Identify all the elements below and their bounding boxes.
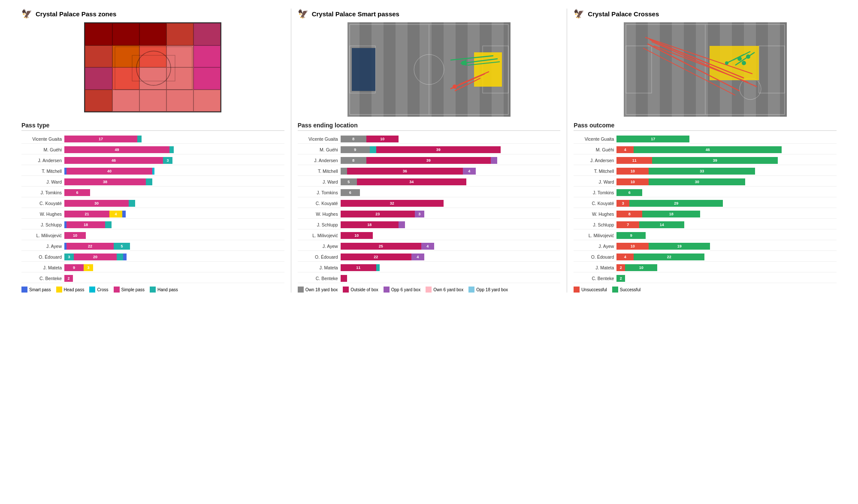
bar-area: 1030 — [616, 178, 837, 186]
crest2-icon: 🦅 — [298, 9, 308, 19]
player-label: Vicente Guaita — [574, 136, 616, 142]
svg-rect-9 — [408, 22, 420, 117]
heatmap-cell-3 — [166, 23, 193, 45]
divider2 — [567, 9, 567, 293]
bar-row-2-8: J. Schlupp714 — [574, 220, 837, 229]
legend3: UnsuccessfulSuccessful — [574, 287, 837, 293]
bar-segment-1: 3 — [415, 211, 424, 217]
player-label: C. Benteke — [21, 276, 64, 281]
legend-item: Successful — [612, 287, 640, 293]
heatmap-cell-4 — [193, 23, 221, 45]
player-label: T. Mitchell — [574, 169, 616, 174]
svg-rect-34 — [624, 22, 636, 117]
legend-label: Opp 6 yard box — [391, 287, 420, 292]
bar-row-2-9: L. Milivojević9 — [574, 231, 837, 240]
player-label: J. Andersen — [21, 158, 64, 163]
legend-item: Opp 6 yard box — [384, 287, 420, 293]
section-header-2: Pass ending location — [298, 122, 561, 131]
legend-color-box — [612, 287, 618, 293]
bar-area: 32 — [341, 199, 561, 207]
divider1 — [291, 9, 291, 293]
bar-segment-0: 7 — [616, 221, 639, 228]
bar-segment-1: 10 — [366, 136, 399, 142]
legend-label: Cross — [97, 287, 108, 292]
smart-passes-svg — [347, 22, 511, 117]
bar-segment-0: 38 — [64, 178, 146, 185]
legend-label: Own 18 yard box — [305, 287, 338, 292]
player-label: J. Andersen — [298, 158, 341, 163]
player-label: W. Hughes — [21, 211, 64, 217]
legend-item: Simple pass — [114, 287, 145, 293]
panel2-title: 🦅 Crystal Palace Smart passes — [298, 9, 561, 19]
bar-area: 1033 — [616, 167, 837, 175]
bar-area: 818 — [616, 210, 837, 218]
svg-point-66 — [725, 61, 728, 65]
bar-area: 210 — [616, 264, 837, 272]
bar-segment-1 — [376, 264, 380, 271]
bar-segment-0: 2 — [616, 275, 625, 282]
svg-rect-47 — [780, 22, 787, 117]
bar-segment-0: 4 — [616, 254, 634, 260]
bar-row-2-3: T. Mitchell1033 — [574, 166, 837, 176]
player-label: L. Milivojević — [574, 233, 616, 238]
bar-area: 446 — [616, 146, 837, 154]
player-label: J. Mateta — [21, 265, 64, 270]
svg-rect-53 — [710, 46, 759, 80]
section-header-1: Pass type — [21, 122, 284, 131]
bar-segment-1 — [137, 136, 142, 142]
panel3-title: 🦅 Crystal Palace Crosses — [574, 9, 837, 19]
bar-row-0-10: J. Ayew225 — [21, 241, 284, 251]
bar-segment-1: 10 — [625, 264, 657, 271]
legend-color-box — [426, 287, 432, 293]
bar-segment-0: 3 — [616, 200, 629, 207]
bar-segment-1: 4 — [109, 211, 122, 217]
bar-row-1-0: Vicente Guaita810 — [298, 134, 561, 144]
bar-area — [341, 275, 561, 282]
bar-area: 364 — [341, 167, 561, 175]
bar-segment-0 — [341, 275, 347, 282]
svg-rect-37 — [660, 22, 672, 117]
player-label: J. Andersen — [574, 158, 616, 163]
bar-row-0-9: L. Milivojević10 — [21, 231, 284, 240]
section-header-3: Pass outcome — [574, 122, 837, 131]
bar-segment-2: 4 — [463, 168, 476, 175]
svg-rect-23 — [352, 48, 375, 91]
heatmap-cell-13 — [166, 67, 193, 90]
bar-row-2-12: J. Mateta210 — [574, 263, 837, 272]
bar-row-2-11: O. Édouard422 — [574, 252, 837, 262]
bar-area: 939 — [341, 146, 561, 154]
bar-segment-0: 10 — [616, 168, 649, 175]
bar-area: 40 — [64, 167, 284, 175]
bar-row-1-11: O. Édouard224 — [298, 252, 561, 262]
bar-segment-1: 22 — [634, 254, 704, 260]
bar-segment-0: 4 — [616, 146, 634, 153]
bar-segment-0: 9 — [64, 264, 84, 271]
player-label: M. Guéhi — [21, 147, 64, 152]
player-label: O. Édouard — [21, 254, 64, 260]
crosses-field — [624, 22, 787, 117]
bar-area: 30 — [64, 199, 284, 207]
bar-segment-2 — [152, 168, 154, 175]
bar-segment-1: 3 — [163, 157, 172, 164]
bar-segment-0 — [341, 168, 347, 175]
bar-segment-1: 4 — [421, 243, 434, 250]
bar-area: 18 — [341, 221, 561, 229]
heatmap-cell-0 — [85, 23, 112, 45]
bar-row-0-5: J. Tomkins6 — [21, 188, 284, 197]
legend-label: Opp 18 yard box — [476, 287, 508, 292]
bar-segment-1: 39 — [366, 157, 491, 164]
bar-row-1-9: L. Milivojević10 — [298, 231, 561, 240]
bar-row-2-0: Vicente Guaita17 — [574, 134, 837, 144]
heatmap-cell-12 — [139, 67, 166, 90]
player-label: O. Édouard — [298, 254, 341, 260]
player-label: J. Ayew — [21, 244, 64, 249]
legend-color-box — [21, 287, 27, 293]
legend-color-box — [89, 287, 95, 293]
bar-segment-0: 30 — [64, 200, 129, 207]
player-label: J. Ayew — [574, 244, 616, 249]
legend-color-box — [298, 287, 304, 293]
bar-area: 6 — [616, 189, 837, 196]
bar-segment-1: 4 — [411, 254, 424, 260]
bar-row-1-4: J. Ward534 — [298, 177, 561, 187]
bar-area: 214 — [64, 210, 284, 218]
